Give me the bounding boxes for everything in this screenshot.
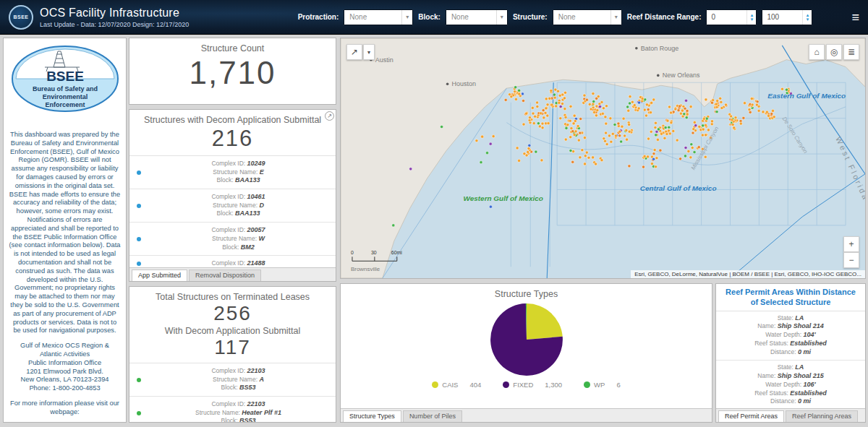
chevron-down-icon: ▾ [496, 10, 507, 25]
contact-block: Gulf of Mexico OCS Region & Atlantic Act… [9, 342, 121, 393]
plus-icon: + [848, 239, 854, 249]
block-select[interactable]: None ▾ [446, 9, 508, 25]
terminated-count-value: 256 [129, 302, 336, 325]
panel-title: Total Structures on Terminated Leases [129, 287, 336, 302]
step-down-icon: ▼ [750, 17, 754, 22]
logo-line-3: Enforcement [45, 101, 85, 108]
decom-list: Complex ID: 10249 Structure Name: E Bloc… [129, 155, 336, 272]
status-dot [137, 204, 141, 208]
chevron-down-icon: ▾ [610, 10, 621, 25]
tab-structure-types[interactable]: Structure Types [343, 410, 401, 422]
map-tool-dropdown[interactable]: ▾ [363, 44, 375, 60]
step-down-icon: ▼ [806, 17, 810, 22]
stepper-arrows[interactable]: ▲▼ [746, 10, 756, 25]
locate-icon: ◎ [830, 47, 838, 57]
status-dot [137, 237, 141, 241]
region-label-eastern: Eastern Gulf of Mexico [767, 92, 846, 100]
page-subtitle: Last Update - Data: 12/07/2020 Design: 1… [40, 21, 189, 28]
decom-tabstrip: App Submitted Removal Disposition [129, 267, 336, 281]
pie-chart[interactable] [489, 302, 564, 377]
region-label-central: Central Gulf of Mexico [640, 184, 717, 192]
panel-title: Structures with Decom Application Submit… [129, 110, 336, 125]
protraction-label: Protraction: [298, 13, 339, 21]
list-item[interactable]: Complex ID: 22103 Structure Name: A Bloc… [129, 363, 336, 397]
page-title: OCS Facility Infrastructure [40, 7, 189, 20]
svg-text:0: 0 [351, 250, 354, 255]
list-item[interactable]: Complex ID: 10461 Structure Name: D Bloc… [129, 189, 336, 223]
legend-swatch [503, 381, 509, 388]
bsee-seal-icon: BSEE [9, 5, 33, 30]
svg-text:60mi: 60mi [391, 250, 403, 255]
legend-swatch [584, 381, 590, 388]
layers-icon: ≣ [848, 47, 855, 57]
map[interactable]: Austin Houston Baton Rouge New Orleans B… [340, 38, 866, 279]
reef-tabstrip: Reef Permit Areas Reef Planning Areas [716, 408, 865, 422]
city-label-brownsville: Brownsville [351, 266, 380, 272]
decom-count-value: 216 [129, 126, 336, 152]
reef-list: State: LA Name: Ship Shoal 214 Water Dep… [716, 311, 865, 423]
reef-distance-max-input[interactable]: 100 ▲▼ [762, 9, 812, 25]
status-dot [137, 262, 141, 266]
terminated-leases-panel: Total Structures on Terminated Leases 25… [129, 286, 336, 423]
basemap: Austin Houston Baton Rouge New Orleans B… [341, 38, 865, 278]
disclaimer-text: This dashboard was prepared by the Burea… [9, 131, 121, 335]
list-item[interactable]: Complex ID: 20057 Structure Name: W Bloc… [129, 223, 336, 256]
structure-count-panel: Structure Count 1,710 [129, 38, 336, 105]
status-dot [137, 378, 141, 382]
chevron-down-icon: ▾ [367, 49, 370, 56]
status-dot [137, 171, 141, 175]
region-label-western: Western Gulf of Mexico [464, 194, 543, 202]
logo-line-1: Bureau of Safety and [32, 85, 97, 92]
dashboard-root: BSEE OCS Facility Infrastructure Last Up… [0, 0, 868, 427]
reef-panel: Reef Permit Areas Within Distance of Sel… [715, 283, 866, 423]
panel-subtitle: With Decom Application Submittal [129, 325, 336, 336]
share-icon: ↗ [351, 47, 358, 57]
city-label-baton-rouge: Baton Rouge [641, 45, 678, 52]
list-item[interactable]: State: LA Name: Ship Shoal 215 Water Dep… [716, 361, 865, 410]
map-share-button[interactable]: ↗ [346, 44, 362, 60]
tab-removal-disposition[interactable]: Removal Disposition [189, 269, 261, 281]
zoom-in-button[interactable]: + [843, 236, 859, 252]
list-item[interactable]: State: LA Name: Ship Shoal 214 Water Dep… [716, 311, 865, 361]
map-home-button[interactable]: ⌂ [809, 44, 825, 60]
list-item[interactable]: Complex ID: 10249 Structure Name: E Bloc… [129, 156, 336, 189]
tab-app-submitted[interactable]: App Submitted [132, 269, 187, 281]
terminated-list: Complex ID: 22103 Structure Name: A Bloc… [129, 363, 336, 423]
home-icon: ⌂ [814, 47, 819, 57]
stepper-arrows[interactable]: ▲▼ [802, 10, 812, 25]
structure-types-panel: Structure Types CAIS404 FIXED1,300 WP6 S… [340, 283, 712, 423]
filter-bar: Protraction: None ▾ Block: None ▾ Struct… [298, 9, 813, 25]
tab-reef-planning-areas[interactable]: Reef Planning Areas [786, 410, 858, 422]
reef-distance-min-input[interactable]: 0 ▲▼ [706, 9, 757, 25]
status-dot [137, 411, 141, 415]
bsee-logo: BSEE Bureau of Safety and Environmental … [4, 38, 126, 116]
expand-icon[interactable]: ↗ [325, 111, 334, 121]
zoom-out-button[interactable]: − [843, 252, 859, 268]
tab-reef-permit-areas[interactable]: Reef Permit Areas [718, 410, 784, 422]
terminated-decom-value: 117 [129, 336, 336, 359]
map-locate-button[interactable]: ◎ [826, 44, 842, 60]
more-info-text: For more information please visit our we… [9, 400, 121, 417]
svg-text:30: 30 [371, 250, 377, 255]
legend-item-cais[interactable]: CAIS404 [432, 381, 481, 389]
chart-tabstrip: Structure Types Number of Piles [341, 408, 712, 422]
block-label: Block: [418, 13, 441, 21]
list-item[interactable]: Complex ID: 22103 Structure Name: Heater… [129, 397, 336, 423]
protraction-select[interactable]: None ▾ [344, 9, 413, 25]
map-attribution: Esri, GEBCO, DeLorme, NaturalVue | BOEM … [631, 270, 865, 278]
hamburger-menu-icon[interactable]: ≡ [851, 11, 859, 24]
legend-item-wp[interactable]: WP6 [584, 381, 621, 389]
structure-select[interactable]: None ▾ [553, 9, 622, 25]
minus-icon: − [848, 255, 854, 265]
legend-item-fixed[interactable]: FIXED1,300 [503, 381, 562, 389]
panel-title: Structure Count [129, 38, 336, 53]
sidebar: BSEE Bureau of Safety and Environmental … [3, 38, 127, 423]
reef-distance-label: Reef Distance Range: [627, 13, 702, 21]
panel-title: Reef Permit Areas Within Distance of Sel… [716, 284, 865, 309]
logo-acronym: BSEE [46, 69, 84, 84]
structure-count-value: 1,710 [129, 55, 336, 91]
map-layers-button[interactable]: ≣ [843, 44, 859, 60]
header: BSEE OCS Facility Infrastructure Last Up… [0, 0, 868, 35]
decom-panel: ↗ Structures with Decom Application Subm… [129, 109, 336, 282]
tab-number-of-piles[interactable]: Number of Piles [403, 410, 462, 422]
